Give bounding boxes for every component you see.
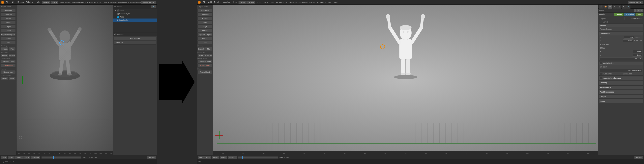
btn-scale-l[interactable]: Scale bbox=[1, 21, 16, 25]
outliner-renderlayers[interactable]: 🖼 RenderLayers bbox=[113, 12, 157, 15]
btn-translate-r[interactable]: Translate bbox=[198, 13, 212, 17]
anim-btn[interactable]: Animation bbox=[624, 13, 636, 16]
menu-window-right[interactable]: Window bbox=[222, 1, 231, 4]
render-presets-header[interactable]: Render bbox=[599, 24, 643, 27]
btn-delete-r[interactable]: Delete bbox=[198, 37, 212, 40]
image-editor-value[interactable]: Image Editor bbox=[624, 17, 642, 20]
btn-scale-r[interactable]: Scale bbox=[198, 21, 212, 25]
btn-repeat-r[interactable]: Repeat Last bbox=[198, 70, 212, 74]
playback-btn-br[interactable]: Playback bbox=[228, 156, 237, 159]
btn-join-r[interactable]: Join bbox=[198, 41, 212, 44]
scale-x-value[interactable]: 1.000 bbox=[632, 50, 642, 53]
scale-y-value[interactable]: 1.000 bbox=[632, 54, 642, 57]
dimensions-header[interactable]: Dimensions bbox=[599, 32, 643, 35]
performance-header[interactable]: Performance bbox=[599, 86, 643, 89]
menu-add-left[interactable]: Add bbox=[10, 1, 16, 4]
tab-material[interactable]: ● bbox=[622, 5, 626, 9]
engine-selector-left[interactable]: Default bbox=[42, 1, 50, 4]
add-modifier-btn[interactable]: Add Modifier bbox=[114, 37, 156, 40]
scene-selector-left[interactable]: Scene bbox=[50, 1, 58, 4]
menu-file-left[interactable]: File bbox=[5, 1, 10, 4]
select-btn-bl[interactable]: Select bbox=[8, 156, 15, 159]
tab-render-active[interactable]: ⚙ bbox=[608, 5, 612, 9]
aa-header[interactable]: Anti-Aliasing bbox=[599, 62, 643, 65]
btn-line-l[interactable]: Line bbox=[8, 77, 16, 80]
btn-draw-l[interactable]: Draw bbox=[1, 77, 8, 80]
menu-render-right[interactable]: Render bbox=[213, 1, 222, 4]
btn-origin-r[interactable]: Origin bbox=[198, 25, 212, 29]
btn-translate-l[interactable]: Translate bbox=[1, 13, 16, 17]
outliner-scene[interactable]: 🎬 Scene bbox=[113, 9, 157, 12]
btn-insert-l[interactable]: Insert bbox=[1, 54, 8, 57]
layer-btn-3[interactable]: 3 bbox=[640, 9, 643, 12]
sync-btn-left[interactable]: No Sync bbox=[147, 156, 156, 159]
btn-duplicate-l[interactable]: Duplicate Objects bbox=[1, 33, 16, 36]
btn-transform-r[interactable]: Transform bbox=[198, 9, 212, 13]
btn-smooth-l[interactable]: Smooth bbox=[1, 47, 8, 51]
marker-btn-bl[interactable]: Marker bbox=[15, 156, 23, 159]
menu-render-left[interactable]: Render bbox=[16, 1, 25, 4]
menu-file-right[interactable]: File bbox=[202, 1, 207, 4]
tab-object[interactable]: ◈ bbox=[612, 5, 617, 9]
full-sample-checkbox[interactable] bbox=[600, 73, 602, 75]
btn-join-l[interactable]: Join bbox=[1, 41, 16, 44]
btn-clear-paths-l[interactable]: Clear Paths bbox=[1, 64, 16, 67]
btn-duplicate-r[interactable]: Duplicate Objects bbox=[198, 33, 212, 36]
motion-blur-checkbox[interactable] bbox=[600, 77, 602, 79]
right-viewport[interactable]: -50 -40 -30 -20 -10 0 10 20 30 40 50 60 … bbox=[213, 5, 598, 155]
btn-remove-l[interactable]: Remove bbox=[8, 54, 16, 57]
playback-btn-bl[interactable]: Playback bbox=[31, 156, 40, 159]
layer-btn-2[interactable]: 2 bbox=[637, 9, 640, 12]
btn-calc-paths-l[interactable]: Calculate Paths bbox=[1, 60, 16, 64]
frame-btn-br[interactable]: Frame bbox=[220, 156, 227, 159]
layer-btn-1[interactable]: 1 bbox=[634, 9, 637, 12]
x-value[interactable]: 1920 bbox=[624, 36, 634, 39]
select-btn-br[interactable]: Select bbox=[204, 156, 211, 159]
xmps-header[interactable]: Xmps bbox=[599, 99, 643, 103]
y-value[interactable]: 1280 bbox=[623, 39, 633, 42]
left-viewport[interactable]: -50 -40 -30 -20 -10 0 10 20 30 40 50 60 … bbox=[16, 5, 113, 155]
menu-window-left[interactable]: Window bbox=[26, 1, 34, 4]
tab-mesh[interactable]: △ bbox=[617, 5, 621, 9]
menu-help-left[interactable]: Help bbox=[35, 1, 41, 4]
view-btn-br[interactable]: View bbox=[198, 156, 204, 159]
btn-flat-l[interactable]: Flat bbox=[8, 47, 16, 51]
render-btn[interactable]: Render bbox=[614, 13, 624, 16]
tab-scene[interactable]: 🎬 bbox=[599, 5, 603, 9]
tab-modifier[interactable]: 🔧 bbox=[626, 5, 630, 9]
btn-remove-r[interactable]: Remove bbox=[205, 54, 212, 57]
btn-transform-l[interactable]: Transform bbox=[1, 9, 16, 13]
menu-add-right[interactable]: Add bbox=[207, 1, 213, 4]
btn-delete-l[interactable]: Delete bbox=[1, 37, 16, 40]
frame-btn-bl[interactable]: Frame bbox=[23, 156, 30, 159]
btn-rotate-l[interactable]: Rotate bbox=[1, 17, 16, 21]
shading-header[interactable]: Shading bbox=[599, 81, 643, 85]
output-header[interactable]: Output bbox=[599, 95, 643, 98]
engine-selector-right[interactable]: Default bbox=[238, 1, 247, 4]
outliner-world[interactable]: 🌐 World bbox=[113, 15, 157, 19]
pct-value[interactable]: 100 → 10 bbox=[600, 57, 642, 60]
view-btn-bl[interactable]: View bbox=[1, 156, 7, 159]
outliner-johnpaul[interactable]: ◈ John Paul 4 bbox=[113, 19, 157, 22]
aa-filter-value[interactable]: Mitchell-Netravali bbox=[600, 69, 642, 72]
btn-object-r[interactable]: Object bbox=[198, 29, 212, 33]
scene-selector-right[interactable]: Scene bbox=[247, 1, 255, 4]
marker-btn-br[interactable]: Marker bbox=[212, 156, 220, 159]
btn-smooth-r[interactable]: Smooth bbox=[198, 47, 205, 51]
btn-rotate-r[interactable]: Rotate bbox=[198, 17, 212, 21]
btn-object-l[interactable]: Object bbox=[1, 29, 16, 33]
render-engine-left[interactable]: Blender Render bbox=[141, 1, 156, 4]
motion-pa-item[interactable]: Motion Pa bbox=[114, 41, 156, 45]
btn-origin-l[interactable]: Origin bbox=[1, 25, 16, 29]
timeline-right[interactable] bbox=[238, 156, 278, 159]
btn-calc-r[interactable]: Calculate Paths bbox=[198, 60, 212, 64]
scene-search-btn[interactable]: 🔍 bbox=[151, 5, 156, 8]
tab-render-settings[interactable]: 🎨 bbox=[603, 5, 608, 9]
btn-insert-r[interactable]: Insert bbox=[198, 54, 205, 57]
menu-help-right[interactable]: Help bbox=[232, 1, 238, 4]
sync-btn-right[interactable]: No Sync bbox=[634, 156, 643, 159]
btn-clear-r[interactable]: Clear Paths bbox=[198, 64, 212, 67]
btn-repeat-last-l[interactable]: Repeat Last bbox=[1, 70, 16, 74]
pp-header[interactable]: Post Processing bbox=[599, 90, 643, 94]
render-engine-right[interactable]: Blender Render bbox=[628, 1, 643, 4]
